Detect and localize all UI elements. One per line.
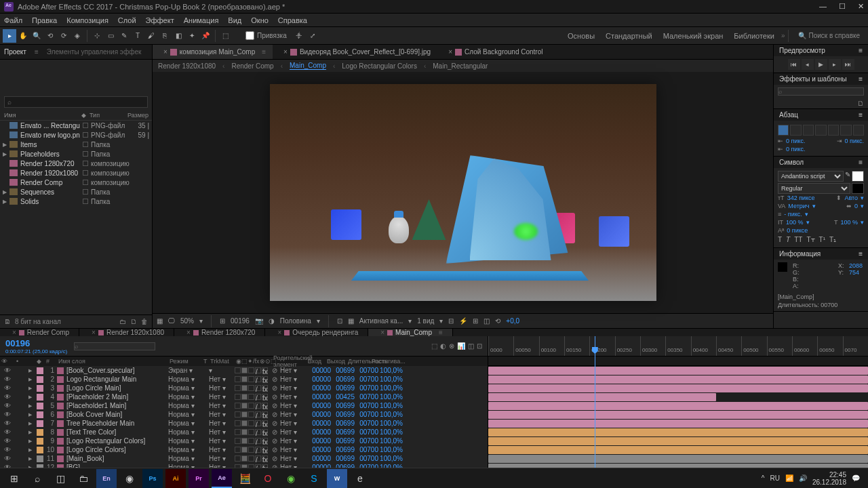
- workspace-Стандартный[interactable]: Стандартный: [606, 32, 652, 40]
- bit-depth[interactable]: 8 бит на канал: [15, 318, 61, 325]
- new-folder-icon[interactable]: 🗀: [119, 318, 126, 325]
- menu-Справка[interactable]: Справка: [278, 16, 307, 24]
- snap-toggle[interactable]: ⊡: [477, 342, 482, 350]
- layer-bar[interactable]: [488, 428, 868, 436]
- next-frame-button[interactable]: ▸: [829, 59, 841, 70]
- project-item[interactable]: ▶PlaceholdersПапка: [0, 149, 152, 159]
- network-icon[interactable]: 📶: [785, 474, 793, 482]
- pixel-aspect-icon[interactable]: ⊟: [448, 317, 454, 325]
- shy-toggle[interactable]: ⬚: [431, 342, 437, 350]
- menu-Композиция[interactable]: Композиция: [66, 16, 108, 24]
- channel-icon[interactable]: ◑: [269, 317, 275, 325]
- layer-bar[interactable]: [488, 393, 716, 401]
- snap-edge-icon[interactable]: ⤢: [306, 29, 319, 43]
- new-comp-icon[interactable]: 🗋: [130, 318, 137, 325]
- edge-icon[interactable]: e: [350, 469, 370, 488]
- breadcrumb-item[interactable]: Logo Rectangular Colors: [342, 62, 417, 70]
- resolution-select[interactable]: Половина: [280, 317, 311, 325]
- layer-search-input[interactable]: [74, 342, 155, 350]
- guides-icon[interactable]: ▦: [348, 317, 354, 325]
- skype-icon[interactable]: S: [304, 469, 324, 488]
- project-tab[interactable]: Проект: [4, 48, 26, 56]
- snapping-checkbox[interactable]: [245, 31, 254, 40]
- bold-button[interactable]: T: [778, 236, 782, 243]
- breadcrumb-item[interactable]: Render Comp: [231, 62, 273, 70]
- menu-Вид[interactable]: Вид: [228, 16, 241, 24]
- calculator-icon[interactable]: 🧮: [235, 469, 255, 488]
- task-view-button[interactable]: ◫: [50, 469, 71, 488]
- minimize-button[interactable]: —: [819, 2, 827, 11]
- help-search[interactable]: 🔍 Поиск в справке: [798, 32, 860, 39]
- workspace-Маленький экран[interactable]: Маленький экран: [663, 32, 724, 40]
- menu-Слой[interactable]: Слой: [118, 16, 136, 24]
- timeline-tab[interactable]: ×Очередь рендеринга: [265, 329, 368, 336]
- notifications-icon[interactable]: 💬: [852, 474, 860, 482]
- brush-tool[interactable]: 🖌: [144, 29, 158, 43]
- menu-Окно[interactable]: Окно: [251, 16, 269, 24]
- camera-select[interactable]: Активная ка...: [359, 317, 403, 325]
- last-frame-button[interactable]: ⏭: [842, 59, 854, 70]
- project-item[interactable]: ▶ItemsПапка: [0, 140, 152, 149]
- comp-tab[interactable]: ×Видеоряд Book_Cover_Reflect_[0-699].jpg: [273, 45, 437, 59]
- premiere-icon[interactable]: Pr: [189, 469, 209, 488]
- align-right-button[interactable]: [803, 125, 814, 136]
- fast-preview-icon[interactable]: ⚡: [459, 317, 467, 325]
- trash-icon[interactable]: 🗑: [141, 318, 148, 325]
- project-search-input[interactable]: [4, 96, 148, 108]
- subscript-button[interactable]: T₁: [829, 236, 836, 243]
- smallcaps-button[interactable]: Tᴛ: [806, 236, 814, 243]
- layer-row[interactable]: 👁▶6[Book Cover Main]Норма ▾Нет ▾/fx⊘Нет …: [0, 410, 488, 419]
- encoder-app-icon[interactable]: En: [96, 469, 117, 488]
- eyedropper-icon[interactable]: ✎: [845, 171, 850, 182]
- timeline-tab[interactable]: ×Render Comp: [0, 329, 79, 336]
- layer-bar[interactable]: [488, 384, 868, 392]
- layer-bar[interactable]: [488, 375, 868, 384]
- puppet-tool[interactable]: 📌: [199, 29, 212, 43]
- layer-row[interactable]: 👁▶7Tree Placeholder MainНорма ▾Нет ▾/fx⊘…: [0, 419, 488, 428]
- frame-display[interactable]: 00196: [231, 317, 250, 325]
- project-item-list[interactable]: Envato ... Rectangular.pngPNG-файл35 |En…: [0, 121, 152, 314]
- justify-last-left-button[interactable]: [815, 125, 826, 136]
- type-tool[interactable]: T: [131, 29, 144, 43]
- align-center-button[interactable]: [790, 125, 801, 136]
- monitor-icon[interactable]: 🖵: [168, 317, 175, 325]
- time-ruler[interactable]: 0000000500010000150002000025000300003500…: [488, 336, 868, 357]
- layer-bar[interactable]: [488, 446, 868, 454]
- anchor-tool[interactable]: ⊹: [90, 29, 104, 43]
- current-time[interactable]: 00196: [5, 338, 56, 348]
- eraser-tool[interactable]: ◧: [172, 29, 185, 43]
- selection-tool[interactable]: ▸: [3, 29, 16, 43]
- workspace-Основы[interactable]: Основы: [568, 32, 595, 40]
- clone-tool[interactable]: ⎘: [158, 29, 172, 43]
- font-style-select[interactable]: Regular: [778, 183, 850, 194]
- frame-blend-toggle[interactable]: ◐: [440, 342, 446, 350]
- menu-Эффект[interactable]: Эффект: [146, 16, 174, 24]
- layer-row[interactable]: 👁▶2Logo Rectangular MainНорма ▾Нет ▾/fx⊘…: [0, 375, 488, 384]
- timeline-tab[interactable]: ×Render 1920x1080: [79, 329, 174, 336]
- paragraph-panel-title[interactable]: Абзац: [779, 111, 798, 119]
- layer-bar[interactable]: [488, 402, 868, 410]
- project-item[interactable]: Envato ... Rectangular.pngPNG-файл35 |: [0, 121, 152, 130]
- views-select[interactable]: 1 вид: [417, 317, 434, 325]
- alpha-icon[interactable]: ▦: [157, 317, 163, 325]
- fill-color-swatch[interactable]: [852, 171, 864, 182]
- motion-blur-toggle[interactable]: ⊗: [449, 342, 454, 350]
- layer-row[interactable]: 👁▶11[Main_Book]Норма ▾Нет ▾/fx⊘Нет ▾0000…: [0, 454, 488, 463]
- menu-Файл[interactable]: Файл: [4, 16, 22, 24]
- ae-app-icon[interactable]: Ae: [212, 469, 232, 488]
- graph-editor-toggle[interactable]: 📊: [457, 342, 465, 350]
- orbit-tool[interactable]: ⟲: [43, 29, 57, 43]
- language-indicator[interactable]: RU: [770, 474, 779, 482]
- stroke-color-swatch[interactable]: [852, 183, 864, 194]
- project-item[interactable]: ▶SolidsПапка: [0, 197, 152, 206]
- first-frame-button[interactable]: ⏮: [788, 59, 800, 70]
- roto-tool[interactable]: ✦: [185, 29, 199, 43]
- reset-exp-icon[interactable]: ⟲: [495, 317, 500, 325]
- menu-Правка[interactable]: Правка: [32, 16, 57, 24]
- exposure-value[interactable]: +0,0: [506, 317, 519, 325]
- layer-bar[interactable]: [488, 411, 868, 419]
- prev-frame-button[interactable]: ◂: [802, 59, 814, 70]
- justify-last-center-button[interactable]: [828, 125, 839, 136]
- interpret-footage-icon[interactable]: 🗎: [4, 318, 11, 325]
- workspace-Библиотеки[interactable]: Библиотеки: [734, 32, 774, 40]
